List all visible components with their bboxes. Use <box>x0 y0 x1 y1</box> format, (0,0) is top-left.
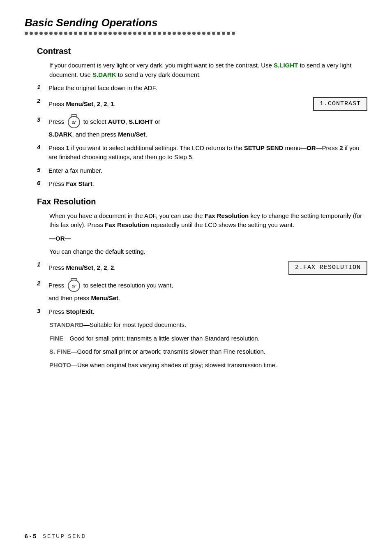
step-4-content: Press 1 if you want to select additional… <box>48 144 367 162</box>
step-6-content: Press Fax Start. <box>48 179 367 189</box>
footer-label: SETUP SEND <box>43 533 86 539</box>
fax-resolution-section: Fax Resolution When you have a document … <box>25 197 367 370</box>
or-icon-fax-res: or <box>68 280 80 292</box>
footer-page-number: 6 - 5 <box>25 533 36 540</box>
or-icon-contrast: or <box>68 116 80 128</box>
contrast-step-5: 5 Enter a fax number. <box>37 166 367 176</box>
page-title: Basic Sending Operations <box>25 16 367 29</box>
lcd-contrast: 1.CONTRAST <box>313 97 367 111</box>
contrast-step-1: 1 Place the original face down in the AD… <box>37 83 367 93</box>
step-number-5: 5 <box>37 166 48 173</box>
contrast-steps: 1 Place the original face down in the AD… <box>37 83 367 189</box>
fr-step-number-2: 2 <box>37 280 48 287</box>
resolution-fine: FINE—Good for small print; transmits a l… <box>49 334 367 343</box>
step-5-content: Enter a fax number. <box>48 166 367 176</box>
fr-step-3-content: Press Stop/Exit. <box>48 307 367 317</box>
step-number-1: 1 <box>37 83 48 90</box>
lcd-fax-resolution: 2.FAX RESOLUTION <box>288 261 367 275</box>
step-1-content: Place the original face down in the ADF. <box>48 83 367 93</box>
resolution-standard: STANDARD—Suitable for most typed documen… <box>49 320 367 330</box>
step-number-2: 2 <box>37 97 48 104</box>
page-footer: 6 - 5 SETUP SEND <box>25 533 367 540</box>
step-3-content: Press or to select AUTO, S.LIGHT or S.DA… <box>48 116 367 139</box>
contrast-intro: If your document is very light or very d… <box>49 61 367 79</box>
contrast-step-4: 4 Press 1 if you want to select addition… <box>37 144 367 162</box>
step-number-3: 3 <box>37 116 48 123</box>
contrast-step-2: 2 Press Menu/Set, 2, 2, 1. 1.CONTRAST <box>37 97 367 111</box>
resolution-photo: PHOTO—Use when original has varying shad… <box>49 361 367 370</box>
fax-resolution-steps: 1 Press Menu/Set, 2, 2, 2. 2.FAX RESOLUT… <box>37 261 367 317</box>
dot-separator <box>25 32 367 35</box>
fr-step-1: 1 Press Menu/Set, 2, 2, 2. 2.FAX RESOLUT… <box>37 261 367 275</box>
fr-step-1-content: Press Menu/Set, 2, 2, 2. 2.FAX RESOLUTIO… <box>48 261 367 275</box>
or-divider: —OR— <box>49 234 367 243</box>
fr-step-2-content: Press or to select the resolution you wa… <box>48 280 367 303</box>
fr-step-2: 2 Press or to select the resolution you … <box>37 280 367 303</box>
fax-resolution-intro: When you have a document in the ADF, you… <box>49 211 367 230</box>
contrast-step-3: 3 Press or to select AUTO, S.LIGHT or S.… <box>37 116 367 139</box>
step-2-content: Press Menu/Set, 2, 2, 1. 1.CONTRAST <box>48 97 367 111</box>
contrast-heading: Contrast <box>37 46 367 56</box>
contrast-step-6: 6 Press Fax Start. <box>37 179 367 189</box>
fr-step-number-3: 3 <box>37 307 48 314</box>
contrast-section: Contrast If your document is very light … <box>25 46 367 189</box>
fr-step-3: 3 Press Stop/Exit. <box>37 307 367 317</box>
resolution-s-fine: S. FINE—Good for small print or artwork;… <box>49 347 367 357</box>
fax-resolution-heading: Fax Resolution <box>37 197 367 206</box>
or-sub-text: You can change the default setting. <box>49 247 367 257</box>
step-number-6: 6 <box>37 179 48 186</box>
fr-step-number-1: 1 <box>37 261 48 268</box>
step-number-4: 4 <box>37 144 48 151</box>
